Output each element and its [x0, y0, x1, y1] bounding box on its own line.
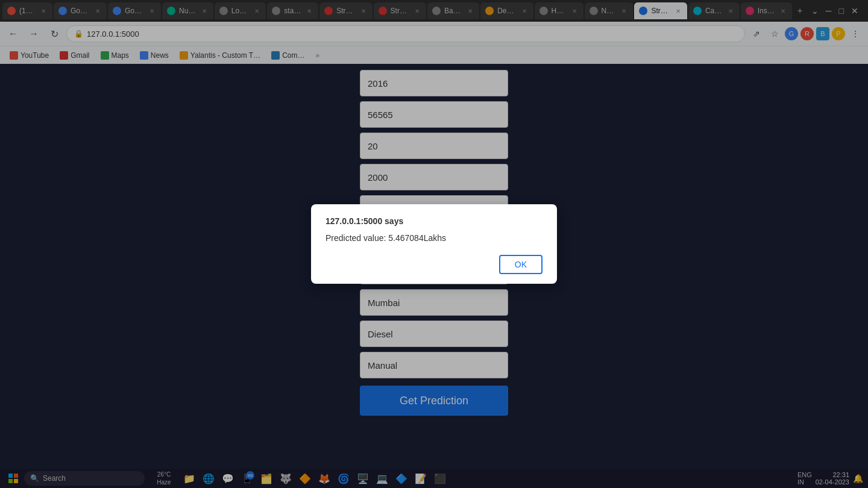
- dialog-actions: OK: [326, 255, 542, 274]
- dialog-overlay: 127.0.0.1:5000 says Predicted value: 5.4…: [0, 0, 868, 488]
- dialog-ok-button[interactable]: OK: [499, 255, 542, 274]
- alert-dialog: 127.0.0.1:5000 says Predicted value: 5.4…: [311, 204, 557, 284]
- dialog-title: 127.0.0.1:5000 says: [326, 216, 542, 226]
- dialog-message: Predicted value: 5.467084Lakhs: [326, 233, 542, 243]
